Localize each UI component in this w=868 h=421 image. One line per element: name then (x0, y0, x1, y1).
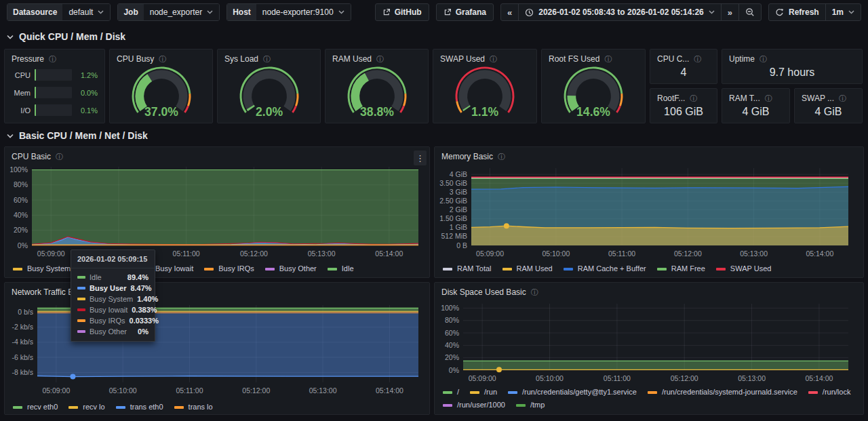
panel-title[interactable]: RootF... (657, 94, 685, 103)
legend-item[interactable]: RAM Cache + Buffer (564, 264, 646, 274)
legend-item[interactable]: RAM Free (657, 264, 705, 274)
section-basic-cpu-mem-net-disk[interactable]: Basic CPU / Mem / Net / Disk (7, 130, 148, 141)
legend-item[interactable]: Busy Other (265, 264, 317, 274)
refresh-button[interactable]: Refresh (769, 4, 825, 20)
var-host-select[interactable]: node-exporter:9100 (256, 4, 351, 20)
svg-text:-2 kb/s: -2 kb/s (12, 323, 33, 331)
panel-ram-used: RAM Usedⓘ 38.8% (325, 49, 429, 123)
panel-title[interactable]: Uptime (729, 54, 755, 64)
svg-text:20%: 20% (14, 226, 28, 234)
pressure-value: 0.0% (76, 89, 98, 97)
legend-item[interactable]: /run/user/1000 (443, 400, 505, 410)
sys-load-gauge: 2.0% (218, 65, 321, 121)
info-icon[interactable]: ⓘ (263, 56, 271, 63)
legend-item[interactable]: /run (470, 387, 497, 397)
info-icon[interactable]: ⓘ (839, 95, 846, 102)
legend-label: Busy Iowait (155, 264, 193, 274)
info-icon[interactable]: ⓘ (490, 56, 497, 63)
disk-space-legend: //run/run/credentials/getty@tty1.service… (435, 385, 863, 410)
var-host-value: node-exporter:9100 (262, 7, 334, 17)
github-link[interactable]: GitHub (375, 3, 429, 21)
info-icon[interactable]: ⓘ (56, 153, 63, 161)
chart-tooltip: 2026-01-02 05:09:15 Idle89.4%Busy User8.… (71, 249, 155, 342)
legend-item[interactable]: recv lo (68, 402, 104, 412)
legend-color-dash (204, 268, 214, 270)
info-icon[interactable]: ⓘ (604, 56, 612, 63)
legend-label: Busy IRQs (218, 264, 254, 274)
legend-label: Busy Other (279, 264, 317, 274)
legend-item[interactable]: SWAP Used (716, 264, 772, 274)
tooltip-row: Busy Other0% (71, 326, 155, 337)
svg-text:-8 kb/s: -8 kb/s (12, 368, 33, 376)
svg-text:05:12:00: 05:12:00 (674, 249, 702, 258)
legend-item[interactable]: /run/lock (808, 387, 851, 397)
info-icon[interactable]: ⓘ (376, 56, 384, 63)
panel-sys-load: Sys Loadⓘ 2.0% (217, 49, 321, 123)
var-datasource-select[interactable]: default (62, 4, 110, 20)
svg-text:05:09:00: 05:09:00 (42, 386, 70, 395)
section-title: Quick CPU / Mem / Disk (19, 31, 125, 42)
info-icon[interactable]: ⓘ (760, 56, 767, 63)
var-job-select[interactable]: node_exporter (144, 4, 219, 20)
svg-text:20%: 20% (445, 353, 459, 361)
grafana-link[interactable]: Grafana (436, 3, 494, 21)
panel-title[interactable]: CPU C... (657, 54, 689, 64)
info-icon[interactable]: ⓘ (690, 95, 697, 102)
svg-text:100%: 100% (441, 304, 459, 312)
disk-space-chart[interactable]: 0%20%40%60%80%100%05:09:0005:10:0005:11:… (435, 298, 863, 385)
panel-title[interactable]: Disk Space Used Basic (441, 287, 526, 297)
legend-item[interactable]: trans lo (174, 402, 213, 412)
panel-title[interactable]: SWAP ... (802, 94, 834, 103)
legend-item[interactable]: Busy IRQs (204, 264, 254, 274)
panel-title[interactable]: SWAP Used (440, 54, 485, 64)
panel-root-fs-used: Root FS Usedⓘ 14.6% (541, 49, 646, 123)
legend-item[interactable]: trans eth0 (116, 402, 163, 412)
info-icon[interactable]: ⓘ (765, 95, 772, 102)
pressure-bar-fill (35, 69, 36, 81)
network-traffic-chart[interactable]: 0 b/s-2 kb/s-4 kb/s-6 kb/s-8 kb/s05:09:0… (5, 298, 429, 400)
time-shift-back-button[interactable]: « (501, 4, 518, 20)
legend-item[interactable]: recv eth0 (13, 402, 58, 412)
info-icon[interactable]: ⓘ (159, 56, 166, 63)
panel-title[interactable]: Root FS Used (549, 54, 599, 64)
info-icon[interactable]: ⓘ (531, 289, 538, 296)
panel-title[interactable]: Sys Load (224, 54, 258, 64)
chevron-down-icon (7, 134, 14, 138)
svg-text:0%: 0% (18, 241, 28, 249)
panel-title[interactable]: Pressure (12, 54, 44, 64)
network-traffic-legend: recv eth0recv lotrans eth0trans lo (5, 400, 429, 412)
time-shift-forward-button[interactable]: » (721, 4, 738, 20)
chevron-down-icon (338, 10, 344, 14)
refresh-icon (775, 8, 784, 17)
chevron-down-icon (848, 10, 854, 14)
memory-basic-chart[interactable]: 0 B512 MiB1 GiB1.50 GiB2 GiB2.50 GiB3 Gi… (435, 163, 863, 262)
legend-item[interactable]: /tmp (516, 400, 545, 410)
legend-item[interactable]: /run/credentials/getty@tty1.service (508, 387, 637, 397)
panel-menu-button[interactable]: ⋮ (414, 151, 427, 165)
legend-item[interactable]: /run/credentials/systemd-journald.servic… (648, 387, 797, 397)
refresh-interval-select[interactable]: 1m (825, 4, 861, 20)
panel-title[interactable]: CPU Basic (12, 152, 51, 161)
legend-item[interactable]: Idle (328, 264, 354, 274)
svg-text:60%: 60% (14, 196, 28, 204)
panel-title[interactable]: RAM T... (729, 94, 760, 103)
info-icon[interactable]: ⓘ (694, 56, 701, 63)
legend-color-dash (502, 268, 512, 270)
panel-title[interactable]: CPU Busy (117, 54, 154, 64)
section-quick-cpu-mem-disk[interactable]: Quick CPU / Mem / Disk (7, 31, 125, 42)
info-icon[interactable]: ⓘ (498, 153, 505, 161)
section-title: Basic CPU / Mem / Net / Disk (19, 130, 148, 141)
legend-color-dash (470, 391, 479, 394)
legend-item[interactable]: Busy System (13, 264, 71, 274)
zoom-out-button[interactable] (738, 4, 761, 20)
legend-item[interactable]: / (443, 387, 459, 397)
svg-text:05:13:00: 05:13:00 (308, 249, 336, 258)
legend-item[interactable]: RAM Total (443, 264, 492, 274)
info-icon[interactable]: ⓘ (49, 56, 56, 63)
time-range-button[interactable]: 2026-01-02 05:08:43 to 2026-01-02 05:14:… (518, 4, 721, 20)
panel-title[interactable]: RAM Used (332, 54, 372, 64)
panel-title[interactable]: Memory Basic (441, 152, 493, 161)
legend-item[interactable]: RAM Used (502, 264, 553, 274)
panel-memory-basic: Memory Basicⓘ 0 B512 MiB1 GiB1.50 GiB2 G… (434, 146, 864, 278)
cpu-basic-chart[interactable]: 0%20%40%60%80%100%05:09:0005:10:0005:11:… (5, 163, 429, 262)
